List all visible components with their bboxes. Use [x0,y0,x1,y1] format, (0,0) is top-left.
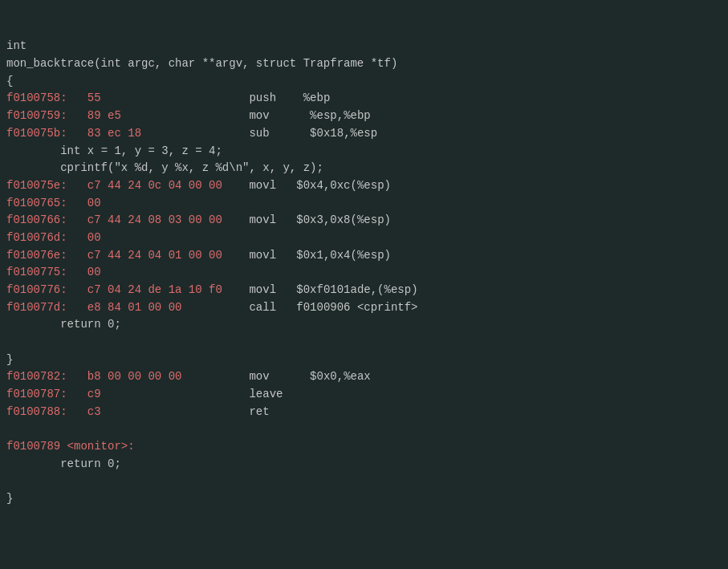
code-line: f010076e: c7 44 24 04 01 00 00 movl $0x1… [0,247,728,265]
code-line: f0100776: c7 04 24 de 1a 10 f0 movl $0xf… [0,282,728,299]
code-line [0,334,728,352]
code-line: f0100775: 00 [0,264,728,282]
code-line: f0100789 <monitor>: [0,438,728,456]
code-line: f0100766: c7 44 24 08 03 00 00 movl $0x3… [0,212,728,230]
code-line: f0100759: 89 e5 mov %esp,%ebp [0,108,728,125]
code-line: } [0,352,728,369]
code-line: f0100782: b8 00 00 00 00 mov $0x0,%eax [0,368,728,386]
code-line: f0100758: 55 push %ebp [0,90,728,108]
code-line: f0100787: c9 leave [0,386,728,404]
code-line: } [0,490,728,508]
code-line: f010075b: 83 ec 18 sub $0x18,%esp [0,125,728,143]
code-line: mon_backtrace(int argc, char **argv, str… [0,55,728,73]
code-view: intmon_backtrace(int argc, char **argv, … [0,0,728,511]
code-line: int x = 1, y = 3, z = 4; [0,143,728,161]
code-line: { [0,73,728,91]
code-line: f010077d: e8 84 01 00 00 call f0100906 <… [0,299,728,317]
code-line [0,421,728,439]
code-line [0,473,728,491]
code-line: cprintf("x %d, y %x, z %d\n", x, y, z); [0,160,728,177]
code-line: f010076d: 00 [0,230,728,247]
code-line: int [0,38,728,55]
code-line: f0100788: c3 ret [0,404,728,421]
code-line: f010075e: c7 44 24 0c 04 00 00 movl $0x4… [0,177,728,195]
code-line: return 0; [0,456,728,473]
code-line: return 0; [0,316,728,334]
code-line: f0100765: 00 [0,195,728,213]
